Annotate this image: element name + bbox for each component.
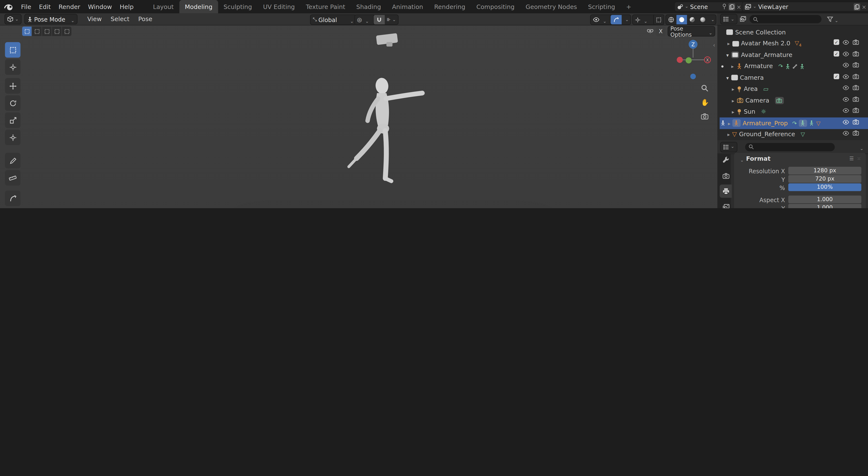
render-camera-icon[interactable] <box>852 74 859 79</box>
panel-grip-icon[interactable]: ⁙ <box>857 156 862 161</box>
render-camera-icon[interactable] <box>852 130 859 136</box>
remove-viewlayer-icon[interactable]: × <box>862 4 866 10</box>
region-collapse-icon[interactable]: ‹ <box>713 42 715 48</box>
tool-transform[interactable] <box>5 130 21 145</box>
tool-cursor[interactable] <box>5 59 21 75</box>
overlays-dropdown-icon[interactable] <box>622 18 631 22</box>
select-extend-icon[interactable] <box>32 27 42 36</box>
viewport-camera-icon[interactable] <box>701 113 709 119</box>
tab-layout[interactable]: Layout <box>148 0 179 13</box>
filter-funnel-icon[interactable] <box>827 16 833 22</box>
outliner-search-input[interactable] <box>749 15 821 23</box>
menu-help[interactable]: Help <box>116 3 137 10</box>
unlink-scene-icon[interactable]: × <box>737 4 741 10</box>
exclude-checkbox[interactable] <box>834 51 839 57</box>
hide-eye-icon[interactable] <box>843 39 849 44</box>
transform-orientation-dropdown[interactable]: ⤡ Global <box>310 14 356 25</box>
outliner-display-mode-icon[interactable] <box>739 16 746 22</box>
exclude-checkbox[interactable] <box>834 74 839 79</box>
xray-toggle-icon[interactable] <box>653 14 664 25</box>
resolution-percent-slider[interactable]: 100% <box>788 183 862 191</box>
editor-type-button[interactable] <box>4 14 21 24</box>
resolution-x-field[interactable]: 1280 px <box>788 167 862 174</box>
tool-move[interactable] <box>5 78 21 94</box>
shading-dropdown-icon[interactable] <box>708 18 716 22</box>
outliner-row-scene-collection[interactable]: Scene Collection <box>719 27 868 38</box>
blender-logo-icon[interactable] <box>4 2 14 11</box>
shading-material-icon[interactable] <box>687 15 698 25</box>
tab-texture-paint[interactable]: Texture Paint <box>300 0 351 13</box>
shading-wireframe-icon[interactable] <box>666 15 676 25</box>
resolution-y-field[interactable]: 720 px <box>788 175 862 182</box>
panel-format-title[interactable]: Format <box>746 155 770 162</box>
viewport-menu-select[interactable]: Select <box>106 16 134 23</box>
select-intersect-icon[interactable] <box>62 27 71 36</box>
mirror-butterfly-icon[interactable] <box>647 28 654 34</box>
show-overlays-icon[interactable] <box>611 15 622 25</box>
viewport-3d[interactable]: Pose Mode View Select Pose ⤡ Global ◎ ⊪ <box>0 13 717 208</box>
render-camera-icon[interactable] <box>852 39 859 45</box>
pin-icon[interactable] <box>722 3 727 10</box>
hide-eye-icon[interactable] <box>843 119 849 125</box>
render-camera-icon[interactable] <box>852 119 859 125</box>
tool-rotate[interactable] <box>5 95 21 111</box>
scene-icon[interactable] <box>677 4 688 10</box>
tab-sculpting[interactable]: Sculpting <box>218 0 257 13</box>
properties-options-icon[interactable] <box>858 142 864 152</box>
tool-pose-breakdowner[interactable] <box>5 190 21 206</box>
snap-settings-icon[interactable]: ⊪ <box>385 17 398 22</box>
list-icon[interactable]: ☰ <box>849 156 854 161</box>
tab-compositing[interactable]: Compositing <box>471 0 520 13</box>
viewlayer-selector[interactable]: ViewLayer × <box>742 2 868 12</box>
new-scene-icon[interactable] <box>728 3 735 10</box>
tab-shading[interactable]: Shading <box>351 0 386 13</box>
tab-uv-editing[interactable]: UV Editing <box>257 0 300 13</box>
hide-eye-icon[interactable] <box>843 108 849 113</box>
hide-eye-icon[interactable] <box>843 130 849 136</box>
menu-edit[interactable]: Edit <box>35 3 55 10</box>
render-camera-icon[interactable] <box>852 107 859 113</box>
tab-output[interactable] <box>719 184 732 198</box>
shading-rendered-icon[interactable] <box>698 15 708 25</box>
menu-window[interactable]: Window <box>84 3 116 10</box>
hide-eye-icon[interactable] <box>843 74 849 79</box>
hide-eye-icon[interactable] <box>843 97 849 102</box>
shading-solid-icon[interactable] <box>676 15 687 25</box>
hide-eye-icon[interactable] <box>843 51 849 56</box>
viewlayer-name[interactable]: ViewLayer <box>758 3 852 10</box>
viewport-menu-view[interactable]: View <box>83 16 106 23</box>
scene-selector[interactable]: Scene × <box>674 2 744 12</box>
render-camera-icon[interactable] <box>852 96 859 102</box>
mirror-x-button[interactable]: X <box>656 27 665 36</box>
outliner-editor-button[interactable] <box>720 14 737 24</box>
tab-rendering[interactable]: Rendering <box>429 0 471 13</box>
hide-eye-icon[interactable] <box>843 62 849 67</box>
tab-tool[interactable] <box>719 153 732 166</box>
exclude-checkbox[interactable] <box>834 39 839 45</box>
add-workspace-button[interactable]: + <box>621 0 637 13</box>
scene-name[interactable]: Scene <box>690 3 720 10</box>
hide-eye-icon[interactable] <box>843 85 849 90</box>
tool-measure[interactable] <box>5 170 21 186</box>
tab-view-layer[interactable] <box>719 201 732 208</box>
menu-file[interactable]: File <box>17 3 35 10</box>
properties-editor-button[interactable] <box>720 142 737 152</box>
select-invert-icon[interactable] <box>52 27 62 36</box>
select-subtract-icon[interactable] <box>42 27 52 36</box>
tool-scale[interactable] <box>5 113 21 128</box>
render-camera-icon[interactable] <box>852 85 859 90</box>
navigation-gizmo[interactable]: Z X <box>674 35 712 85</box>
viewport-pan-icon[interactable]: ✋ <box>701 99 709 107</box>
menu-render[interactable]: Render <box>55 3 84 10</box>
tab-scripting[interactable]: Scripting <box>583 0 621 13</box>
viewlayer-icon[interactable] <box>744 4 756 10</box>
pose-options-dropdown[interactable]: Pose Options <box>668 26 715 36</box>
viewport-zoom-icon[interactable] <box>701 84 709 92</box>
aspect-y-field[interactable]: 1.000 <box>788 204 862 208</box>
render-camera-icon[interactable] <box>852 51 859 57</box>
tab-animation[interactable]: Animation <box>386 0 429 13</box>
filter-dropdown-icon[interactable] <box>833 14 838 24</box>
viewport-menu-pose[interactable]: Pose <box>134 16 157 23</box>
gizmos-dropdown[interactable] <box>632 14 657 25</box>
new-viewlayer-icon[interactable] <box>854 3 860 10</box>
